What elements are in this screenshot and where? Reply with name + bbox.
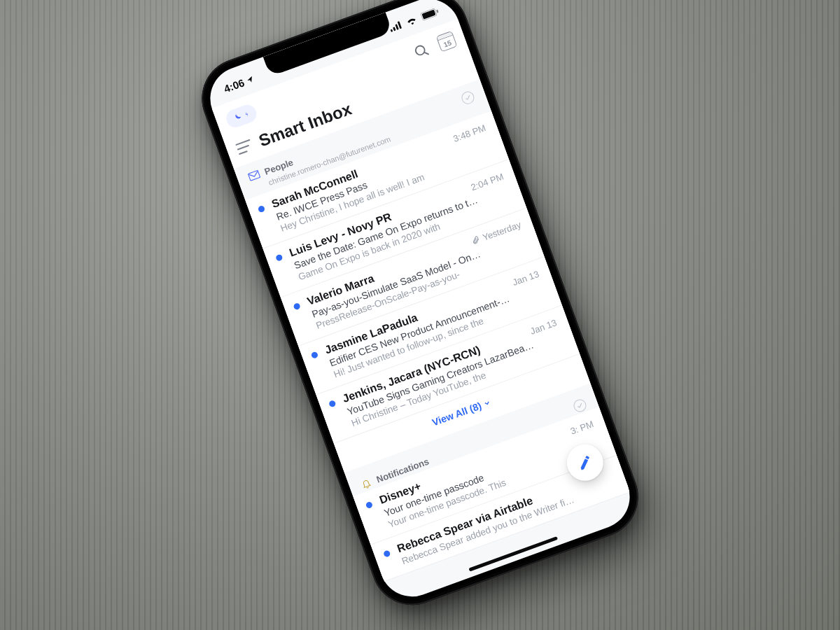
calendar-day-number: 15 <box>442 38 452 48</box>
compose-icon <box>575 453 595 472</box>
unread-dot <box>310 351 318 360</box>
unread-dot <box>382 550 391 558</box>
svg-rect-5 <box>421 10 435 20</box>
battery-icon <box>420 7 440 21</box>
svg-rect-1 <box>393 27 396 31</box>
unread-dot <box>293 302 301 311</box>
wifi-icon <box>404 15 419 27</box>
search-button[interactable] <box>407 37 434 64</box>
location-icon <box>244 73 255 87</box>
svg-rect-0 <box>391 29 393 32</box>
unread-dot <box>257 205 265 214</box>
unread-dot <box>365 501 373 510</box>
unread-dot <box>275 254 284 262</box>
attachment-icon <box>470 234 481 245</box>
svg-rect-2 <box>395 24 398 30</box>
cellular-icon <box>388 20 403 32</box>
calendar-button[interactable]: 15 <box>436 31 458 52</box>
chevron-down-icon <box>482 398 492 407</box>
svg-point-7 <box>414 45 426 56</box>
menu-button[interactable] <box>235 139 253 155</box>
svg-rect-6 <box>436 10 439 13</box>
status-time: 4:06 <box>222 76 246 94</box>
svg-rect-8 <box>248 170 260 181</box>
dnd-snooze-toggle[interactable] <box>224 102 259 130</box>
bell-icon <box>359 476 374 491</box>
section-icon-people <box>247 169 262 183</box>
unread-dot <box>328 400 337 408</box>
